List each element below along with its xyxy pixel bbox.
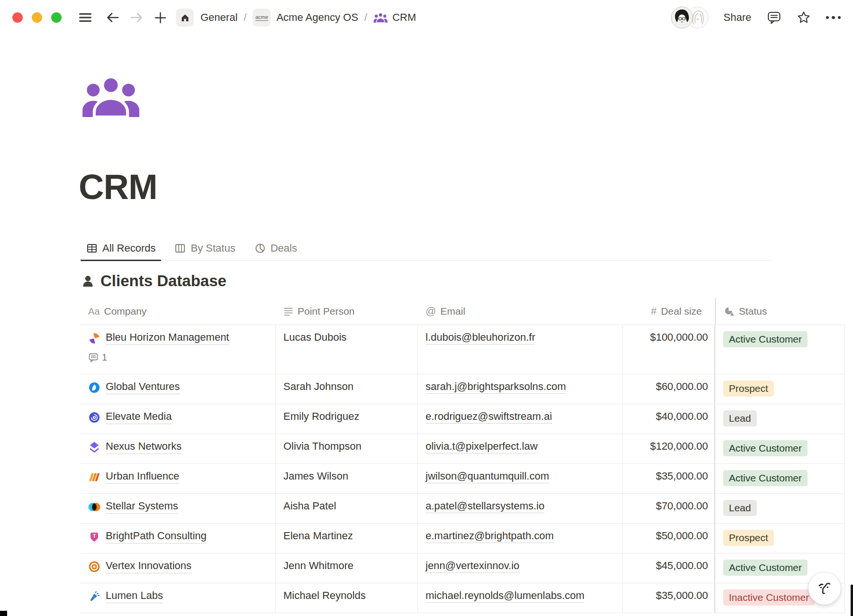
home-icon[interactable] — [176, 9, 194, 27]
deal-size-cell[interactable]: $120,000.00 — [623, 434, 715, 463]
topbar-actions: Share — [671, 7, 841, 28]
status-cell[interactable]: Active Customer — [715, 464, 845, 493]
comments-icon[interactable] — [767, 10, 781, 25]
new-page-plus-icon[interactable] — [154, 12, 166, 24]
status-cell[interactable]: Prospect — [715, 524, 845, 553]
ai-face-icon — [816, 580, 834, 598]
deal-size-cell[interactable]: $35,000.00 — [623, 464, 715, 493]
status-badge[interactable]: Active Customer — [723, 440, 808, 456]
close-window-button[interactable] — [12, 12, 23, 23]
table-row: Nexus Networks Olivia Thompson olivia.t@… — [81, 434, 845, 464]
tab-by-status[interactable]: By Status — [169, 236, 241, 260]
breadcrumb-separator: / — [364, 11, 367, 24]
breadcrumb-app[interactable]: Acme Agency OS — [276, 11, 358, 24]
company-cell[interactable]: Nexus Networks — [81, 434, 276, 463]
page-title[interactable]: CRM — [79, 167, 157, 207]
sidebar-menu-icon[interactable] — [79, 12, 92, 23]
company-cell[interactable]: Elevate Media — [81, 404, 276, 434]
deal-size-cell[interactable]: $50,000.00 — [623, 524, 715, 553]
share-button[interactable]: Share — [724, 11, 752, 24]
status-badge[interactable]: Active Customer — [723, 331, 808, 347]
top-bar: General / acme Acme Agency OS / CRM — [0, 0, 853, 35]
status-cell[interactable]: Active Customer — [715, 325, 845, 374]
company-favicon — [88, 561, 100, 573]
point-person-cell[interactable]: Elena Martinez — [276, 524, 418, 553]
deal-size-cell[interactable]: $70,000.00 — [623, 494, 715, 523]
tab-deals[interactable]: Deals — [249, 236, 303, 260]
screen-edge-artifact — [851, 585, 853, 616]
column-header-deal-size[interactable]: # Deal size — [623, 298, 715, 325]
email-cell[interactable]: e.rodriguez@swiftstream.ai — [418, 404, 623, 434]
status-cell[interactable]: Active Customer — [715, 434, 845, 463]
email-cell[interactable]: jwilson@quantumquill.com — [418, 464, 623, 493]
status-cell[interactable]: Lead — [715, 404, 845, 434]
point-person-cell[interactable]: James Wilson — [276, 464, 418, 493]
email-cell[interactable]: michael.reynolds@lumenlabs.com — [418, 583, 623, 613]
minimize-window-button[interactable] — [32, 12, 42, 23]
forward-arrow-icon[interactable] — [130, 11, 143, 24]
window-controls — [12, 12, 62, 23]
status-badge[interactable]: Active Customer — [723, 560, 808, 576]
point-person-cell[interactable]: Olivia Thompson — [276, 434, 418, 463]
company-cell[interactable]: Lumen Labs — [81, 583, 276, 613]
status-badge[interactable]: Active Customer — [723, 470, 808, 486]
deal-size-cell[interactable]: $35,000.00 — [623, 583, 715, 613]
collaborator-avatars[interactable] — [671, 7, 708, 28]
breadcrumb-workspace[interactable]: General — [200, 11, 237, 24]
deal-size-cell[interactable]: $40,000.00 — [623, 404, 715, 434]
breadcrumb-page[interactable]: CRM — [373, 11, 416, 24]
status-cell[interactable]: Lead — [715, 494, 845, 523]
company-cell[interactable]: Bleu Horizon Management 1 — [81, 325, 276, 374]
company-cell[interactable]: Global Ventures — [81, 374, 276, 404]
deal-size-cell[interactable]: $60,000.00 — [623, 374, 715, 404]
company-cell[interactable]: T BrightPath Consulting — [81, 524, 276, 553]
company-cell[interactable]: Vertex Innovations — [81, 553, 276, 583]
email-cell[interactable]: a.patel@stellarsystems.io — [418, 494, 623, 523]
point-person-cell[interactable]: Sarah Johnson — [276, 374, 418, 404]
table-row: Bleu Horizon Management 1 Lucas Dubois l… — [81, 325, 845, 374]
email-cell[interactable]: olivia.t@pixelperfect.law — [418, 434, 623, 463]
tab-all-records[interactable]: All Records — [81, 236, 161, 260]
column-header-email[interactable]: @ Email — [418, 298, 623, 325]
status-badge[interactable]: Prospect — [723, 530, 774, 546]
column-header-status[interactable]: Status — [715, 298, 845, 325]
zoom-window-button[interactable] — [51, 12, 62, 23]
avatar[interactable] — [671, 7, 693, 28]
notion-ai-button[interactable] — [808, 572, 841, 605]
table-header-row: Aa Company Point Person @ Email # Deal s… — [81, 298, 845, 325]
table-row: Lumen Labs Michael Reynolds michael.reyn… — [81, 583, 845, 613]
company-favicon: T — [88, 531, 100, 543]
status-cell[interactable]: Prospect — [715, 374, 845, 404]
email-cell[interactable]: e.martinez@brightpath.com — [418, 524, 623, 553]
favorite-star-icon[interactable] — [797, 10, 811, 25]
page-icon-people[interactable] — [82, 75, 140, 119]
column-header-point-person[interactable]: Point Person — [276, 298, 418, 325]
acme-logo-badge[interactable]: acme — [253, 9, 271, 27]
email-cell[interactable]: jenn@vertexinnov.io — [418, 553, 623, 583]
company-cell[interactable]: Urban Influence — [81, 464, 276, 493]
status-badge[interactable]: Inactive Customer — [723, 589, 815, 606]
more-options-icon[interactable] — [826, 16, 841, 19]
point-person-cell[interactable]: Michael Reynolds — [276, 583, 418, 613]
status-badge[interactable]: Prospect — [723, 380, 774, 397]
email-cell[interactable]: l.dubois@bleuhorizon.fr — [418, 325, 623, 374]
breadcrumb-separator: / — [244, 11, 246, 24]
point-person-cell[interactable]: Jenn Whitmore — [276, 553, 418, 583]
deal-size-cell[interactable]: $45,000.00 — [623, 553, 715, 583]
email-cell[interactable]: sarah.j@brightsparksolns.com — [418, 374, 623, 404]
status-badge[interactable]: Lead — [723, 500, 757, 516]
person-icon — [82, 275, 94, 288]
point-person-cell[interactable]: Emily Rodriguez — [276, 404, 418, 434]
deal-size-cell[interactable]: $100,000.00 — [623, 325, 715, 374]
status-badge[interactable]: Lead — [723, 410, 757, 426]
title-property-icon: Aa — [88, 306, 100, 317]
company-cell[interactable]: Stellar Systems — [81, 494, 276, 523]
back-arrow-icon[interactable] — [106, 11, 119, 24]
database-header: Clients Database — [82, 272, 227, 290]
comment-count[interactable]: 1 — [88, 352, 269, 363]
point-person-cell[interactable]: Aisha Patel — [276, 494, 418, 523]
column-header-company[interactable]: Aa Company — [81, 298, 276, 325]
point-person-cell[interactable]: Lucas Dubois — [276, 325, 418, 374]
company-favicon — [88, 381, 100, 394]
table-view-icon — [86, 243, 98, 254]
